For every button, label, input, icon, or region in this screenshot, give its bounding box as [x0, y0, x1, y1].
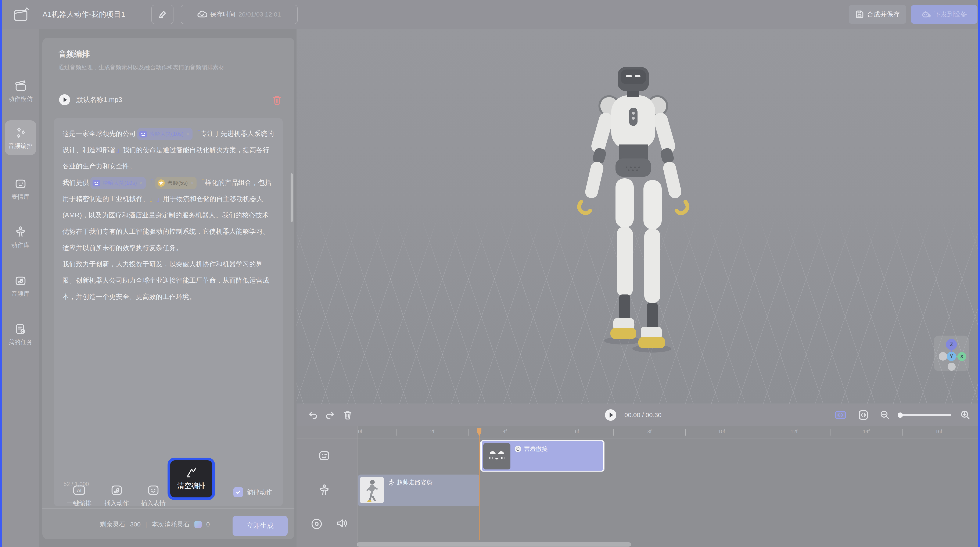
redo-button[interactable] — [324, 404, 336, 426]
play-audio-button[interactable] — [59, 94, 71, 106]
one-click-arrange-button[interactable]: AI 一键编排 — [61, 484, 97, 507]
axis-neg-x-handle[interactable] — [939, 352, 947, 360]
timeline-zoom-slider[interactable] — [899, 414, 951, 416]
rename-button[interactable] — [151, 5, 173, 24]
spirit-stone-info: 剩余灵石 300 | 本次消耗灵石 0 — [100, 509, 210, 540]
script-editor[interactable]: 这是一家全球领先的公司哈哈大笑(10s)×「专注于先进机器人系统的设计、制造和部… — [54, 118, 283, 506]
expression-tag[interactable]: 哈哈大笑(10s)× — [137, 128, 192, 140]
insert-motion-button[interactable]: 插入动作 — [99, 484, 135, 507]
sidebar-nav: 动作模仿 音频编排 表情库 动作库 — [2, 29, 39, 547]
sidebar-item-audio-arrange[interactable]: 音频编排 — [5, 120, 36, 155]
timeline-zoom-knob[interactable] — [897, 413, 903, 418]
save-time-label: 保存时间 — [210, 10, 235, 19]
action-clip[interactable]: 超帅走路姿势 — [358, 475, 479, 506]
remaining-label: 剩余灵石 — [100, 520, 126, 529]
save-time-chip: 保存时间 26/01/03 12:01 — [181, 5, 298, 24]
button-label: 一键编排 — [61, 499, 97, 507]
fit-range-button[interactable] — [856, 404, 870, 426]
ruler-label: 14f — [863, 429, 870, 434]
ruler-label: 16f — [935, 429, 942, 434]
sidebar-item-motion-mimic[interactable]: 动作模仿 — [5, 79, 36, 103]
sidebar-item-expression-lib[interactable]: 表情库 — [5, 177, 36, 201]
remove-tag-icon[interactable]: × — [186, 126, 189, 142]
robot-download-icon — [921, 10, 931, 19]
sidebar-item-motion-lib[interactable]: 动作库 — [5, 225, 36, 249]
auto-snap-button[interactable] — [834, 404, 847, 426]
save-time-value: 26/01/03 12:01 — [239, 11, 281, 18]
playhead-handle[interactable] — [476, 427, 483, 437]
remove-tag-icon[interactable]: × — [139, 175, 143, 191]
merge-save-label: 合成并保存 — [867, 10, 900, 19]
action-tag[interactable]: 弯腰(5s)× — [155, 177, 197, 189]
deploy-button[interactable]: 下发到设备 — [911, 5, 977, 24]
ruler-label: 2f — [430, 429, 434, 434]
footer-divider: | — [145, 521, 147, 528]
script-segment: 用于物流和仓储的自主移动机器人 (AMR)，以及为医疗和酒店业量身定制的服务机器… — [62, 195, 269, 252]
sidebar-item-label: 音频库 — [5, 290, 36, 298]
app-logo-icon — [13, 7, 29, 22]
axis-gizmo[interactable]: Z Y X — [934, 336, 969, 371]
expression-bracket: 「 — [147, 179, 154, 186]
zoom-out-button[interactable] — [878, 404, 891, 426]
clear-arrange-button[interactable]: 清空编排 — [167, 458, 215, 500]
audio-file-name: 默认名称1.mp3 — [76, 95, 122, 104]
clear-icon — [185, 467, 197, 478]
playhead-line[interactable] — [479, 432, 480, 540]
action-clip-thumbnail — [360, 477, 384, 503]
axis-y-handle[interactable]: Y — [947, 352, 956, 361]
rhythm-label: 韵律动作 — [247, 488, 272, 497]
ai-icon: AI — [61, 484, 97, 496]
delete-audio-icon[interactable] — [272, 95, 282, 105]
expression-bracket: 」 — [156, 195, 163, 203]
save-icon — [855, 10, 864, 19]
axis-x-handle[interactable]: X — [957, 352, 966, 361]
action-bracket: 」 — [149, 195, 156, 203]
3d-viewport[interactable]: Z Y X — [296, 29, 978, 403]
zoom-in-button[interactable] — [959, 404, 972, 426]
axis-neg-z-handle[interactable] — [948, 363, 956, 371]
track-divider — [296, 473, 978, 473]
script-segment: 这是一家全球领先的公司 — [62, 130, 136, 137]
ruler-label: 8f — [647, 429, 651, 434]
volume-icon[interactable] — [336, 517, 348, 529]
spirit-stone-icon — [194, 521, 202, 528]
tag-label: 哈哈大笑(10s) — [150, 126, 184, 142]
axis-z-label: Z — [950, 341, 953, 348]
tag-label: 弯腰(5s) — [167, 175, 188, 191]
editor-scrollbar[interactable] — [291, 173, 293, 222]
run-person-icon — [388, 479, 395, 486]
play-button[interactable] — [603, 404, 618, 426]
humanoid-robot — [559, 61, 707, 358]
merge-save-button[interactable]: 合成并保存 — [849, 5, 906, 24]
timeline-area: 0f 2f 4f 6f 8f 10f 12f 14f 16f — [296, 426, 978, 547]
sidebar-item-label: 音频编排 — [5, 142, 36, 150]
rhythm-checkbox[interactable] — [234, 487, 243, 497]
expression-tag[interactable]: 哈哈大笑(10s)× — [91, 177, 146, 189]
rhythm-motion-option[interactable]: 韵律动作 — [234, 487, 272, 497]
top-bar: A1机器人动作-我的项目1 保存时间 26/01/03 12:01 合成并保存 — [2, 0, 978, 29]
cost-label: 本次消耗灵石 — [152, 520, 190, 529]
audio-arrange-panel: 音频编排 通过音频处理，生成音频素材以及融合动作和表情的音频编排素材 默认名称1… — [42, 38, 294, 539]
robot-face-icon — [5, 177, 36, 190]
timeline-scrollbar[interactable] — [357, 542, 631, 547]
insert-motion-icon — [99, 484, 135, 496]
svg-text:AI: AI — [77, 488, 81, 493]
clear-arrange-label: 清空编排 — [177, 481, 205, 491]
cost-value: 0 — [206, 521, 210, 528]
sidebar-item-audio-lib[interactable]: 音频库 — [5, 274, 36, 298]
axis-z-handle[interactable]: Z — [946, 339, 957, 350]
insert-emote-icon — [135, 484, 171, 496]
remove-tag-icon[interactable]: × — [191, 175, 194, 191]
panel-subtitle: 通过音频处理，生成音频素材以及融合动作和表情的音频编排素材 — [59, 64, 285, 71]
generate-now-button[interactable]: 立即生成 — [232, 516, 288, 536]
timeline-ruler[interactable]: 0f 2f 4f 6f 8f 10f 12f 14f 16f — [296, 426, 978, 439]
sidebar-item-label: 动作库 — [5, 241, 36, 249]
undo-button[interactable] — [307, 404, 320, 426]
expression-track-icon — [318, 449, 331, 462]
delete-clip-button[interactable] — [341, 404, 354, 426]
track-divider — [296, 507, 978, 508]
sidebar-item-my-tasks[interactable]: 我的任务 — [5, 322, 36, 346]
expression-clip[interactable]: 害羞微笑 — [480, 440, 605, 472]
insert-emote-button[interactable]: 插入表情 — [135, 484, 171, 507]
smiley-icon — [514, 445, 522, 453]
